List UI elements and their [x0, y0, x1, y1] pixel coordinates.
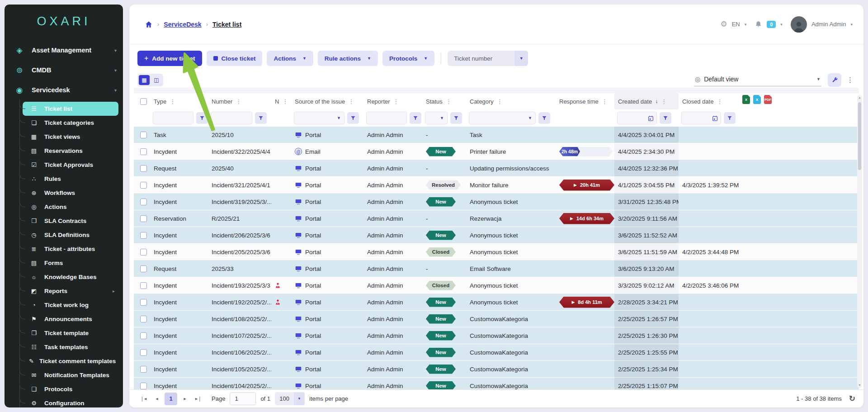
vertical-scrollbar[interactable]: ▲ ▼ [857, 95, 862, 388]
previous-page-button[interactable]: ◂ [151, 393, 163, 405]
column-menu-icon[interactable]: ⋮ [236, 98, 241, 105]
current-page-button[interactable]: 1 [165, 393, 177, 405]
column-header-category[interactable]: Category⋮ [466, 93, 556, 109]
table-row[interactable]: Incydent Incident/106/2025/2/... @ Porta… [134, 344, 859, 361]
status-filter-button[interactable] [450, 112, 462, 124]
column-header-type[interactable]: Type⋮ [150, 93, 208, 109]
language-selector[interactable]: EN [732, 21, 740, 28]
reporter-filter-input[interactable] [366, 112, 407, 124]
row-checkbox[interactable] [140, 165, 147, 172]
column-menu-icon[interactable]: ⋮ [348, 98, 354, 105]
table-row[interactable]: Incydent Incident/205/2025/3/6 @ Portal … [134, 244, 859, 260]
sidebar-item-sla-contracts[interactable]: ❒ SLA Contracts ▸ [23, 214, 118, 228]
sidebar-item-ticket-work-log[interactable]: ◔ Ticket work log ▸ [23, 298, 118, 312]
number-filter-input[interactable] [211, 112, 252, 124]
table-row[interactable]: Incydent Incident/105/2025/2/... @ Porta… [134, 361, 859, 378]
sidebar-item-reports[interactable]: ◩ Reports ▸ [23, 284, 118, 298]
table-row[interactable]: Task 2025/10 @ Portal Admin Admin - Task… [134, 127, 859, 143]
column-header-source[interactable]: Source of the issue⋮ [291, 93, 363, 109]
type-filter-button[interactable] [196, 112, 208, 124]
column-menu-icon[interactable]: ⋮ [393, 98, 399, 105]
sidebar-item-rules[interactable]: ∴ Rules ▸ [23, 172, 118, 186]
sidebar-item-actions[interactable]: ◎ Actions ▸ [23, 200, 118, 214]
close-ticket-button[interactable]: Close ticket [207, 51, 263, 66]
table-menu-kebab[interactable]: ⋮ [847, 76, 854, 84]
protocols-dropdown-button[interactable]: Protocols ▼ [382, 51, 434, 66]
scroll-up-arrow-icon[interactable]: ▲ [857, 96, 862, 99]
column-menu-icon[interactable]: ⋮ [717, 98, 722, 105]
table-row[interactable]: Incydent Incident/108/2025/2/... @ Porta… [134, 311, 859, 327]
type-filter-input[interactable] [153, 112, 193, 124]
sidebar-item-task-templates[interactable]: ☷ Task templates ▸ [23, 340, 118, 354]
column-header-status[interactable]: Status⋮ [422, 93, 466, 109]
settings-gear-icon[interactable]: ⚙ [720, 19, 727, 29]
row-checkbox[interactable] [140, 199, 147, 205]
column-menu-icon[interactable]: ⋮ [661, 98, 667, 105]
created-date-filter-button[interactable] [660, 112, 671, 124]
column-header-closed-date[interactable]: Closed date⋮ [679, 93, 751, 109]
sidebar-item-protocols[interactable]: ❑ Protocols ▸ [23, 382, 118, 396]
table-row[interactable]: Incydent Incident/193/2025/3/3 @ Portal … [134, 277, 859, 294]
export-excel-icon[interactable]: X [742, 95, 750, 104]
column-header-reporter[interactable]: Reporter⋮ [363, 93, 422, 109]
row-checkbox[interactable] [140, 349, 147, 356]
sort-descending-icon[interactable]: ↓ [655, 98, 658, 104]
sidebar-item-cmdb[interactable]: ⊚ CMDB ▾ [5, 60, 123, 80]
row-checkbox[interactable] [140, 182, 147, 189]
next-page-button[interactable]: ▸ [179, 393, 191, 405]
sidebar-item-servicedesk[interactable]: ◉ Servicedesk ▾ [5, 80, 123, 100]
row-checkbox[interactable] [140, 332, 147, 339]
table-row[interactable]: Incydent Incident/319/2025/3/... @ Porta… [134, 194, 859, 210]
sidebar-item-ticket-views[interactable]: ▦ Ticket views ▸ [23, 130, 118, 144]
row-checkbox[interactable] [140, 215, 147, 222]
column-header-number[interactable]: Number⋮ [208, 93, 271, 109]
sidebar-item-ticket-list[interactable]: ☰ Ticket list ▸ [23, 102, 118, 116]
view-select[interactable]: ◎ Default view ▼ [694, 74, 821, 86]
table-row[interactable]: Incydent Incident/321/2025/4/1 @ Portal … [134, 177, 859, 194]
row-checkbox[interactable] [140, 265, 147, 272]
closed-date-filter-button[interactable] [724, 112, 736, 124]
row-checkbox[interactable] [140, 316, 147, 322]
sidebar-item-configuration[interactable]: ⚙ Configuration ▸ [23, 396, 118, 407]
column-menu-icon[interactable]: ⋮ [446, 98, 452, 105]
sidebar-item-knowledge-bases[interactable]: ☼ Knowledge Bases ▸ [23, 270, 118, 284]
sidebar-item-sla-definitions[interactable]: ◷ SLA Definitions ▸ [23, 228, 118, 242]
table-row[interactable]: Request 2025/40 @ Portal Admin Admin - U… [134, 160, 859, 177]
created-date-filter-input[interactable] [617, 112, 657, 124]
row-checkbox[interactable] [140, 232, 147, 239]
table-row[interactable]: Incydent Incident/206/2025/3/6 @ Portal … [134, 227, 859, 244]
sidebar-item-ticket-comment-templates[interactable]: ✎ Ticket comment templates ▸ [23, 354, 118, 368]
add-new-ticket-button[interactable]: + Add new ticket [137, 51, 202, 66]
category-filter-select[interactable]: ▼ [469, 112, 536, 124]
page-size-select[interactable]: 100 ▼ [275, 392, 305, 405]
calendar-icon[interactable] [710, 113, 719, 123]
sidebar-item-ticket-template[interactable]: ❐ Ticket template ▸ [23, 326, 118, 340]
closed-date-filter-input[interactable] [681, 112, 721, 124]
number-filter-button[interactable] [255, 112, 267, 124]
category-filter-button[interactable] [538, 112, 550, 124]
select-all-checkbox[interactable] [140, 98, 147, 105]
export-pdf-icon[interactable]: PDF [764, 95, 772, 104]
sidebar-item-workflows[interactable]: ⊛ Workflows ▸ [23, 186, 118, 200]
configure-columns-button[interactable] [828, 73, 841, 87]
actions-dropdown-button[interactable]: Actions ▼ [267, 51, 313, 66]
row-checkbox[interactable] [140, 383, 147, 389]
column-menu-icon[interactable]: ⋮ [497, 98, 503, 105]
first-page-button[interactable]: ❘◂ [137, 393, 149, 405]
table-row[interactable]: Incydent Incident/107/2025/2/... @ Porta… [134, 327, 859, 344]
scroll-down-arrow-icon[interactable]: ▼ [857, 384, 862, 387]
column-header-flag[interactable]: N⋮ [271, 93, 291, 109]
column-header-created-date[interactable]: Created date↓⋮ [614, 93, 679, 109]
sidebar-item-reservations[interactable]: ▤ Reservations ▸ [23, 144, 118, 158]
sidebar-item-asset-management[interactable]: ◈ Asset Management ▾ [5, 40, 123, 60]
scrollbar-thumb[interactable] [858, 102, 861, 170]
breadcrumb-ticket-list-link[interactable]: Ticket list [212, 21, 241, 28]
calendar-icon[interactable] [646, 113, 655, 123]
sidebar-item-ticket-categories[interactable]: ❏ Ticket categories ▸ [23, 116, 118, 130]
sidebar-item-announcements[interactable]: ⚑ Announcements ▸ [23, 312, 118, 326]
column-view-toggle[interactable]: ◫ [151, 75, 162, 85]
table-row[interactable]: Request 2025/33 @ Portal Admin Admin - E… [134, 260, 859, 277]
source-filter-button[interactable] [347, 112, 359, 124]
source-filter-select[interactable]: ▼ [294, 112, 344, 124]
row-checkbox[interactable] [140, 366, 147, 373]
